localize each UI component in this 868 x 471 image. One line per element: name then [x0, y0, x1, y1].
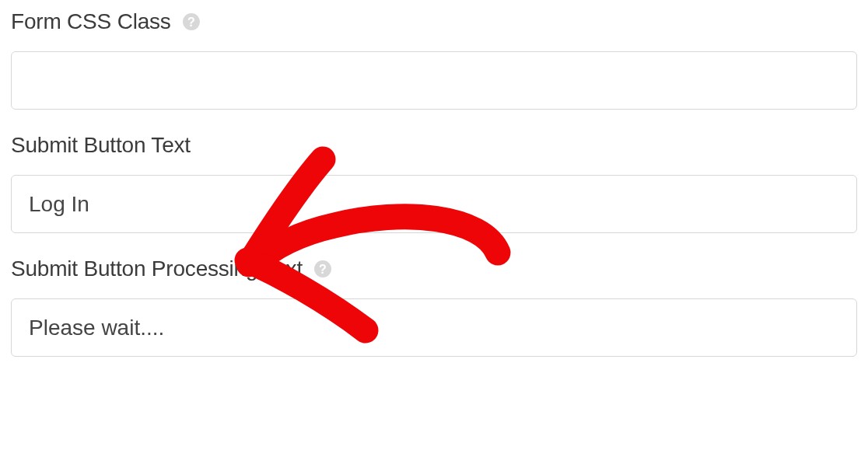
field-label-row: Submit Button Text	[11, 133, 857, 158]
form-css-class-label: Form CSS Class	[11, 9, 171, 34]
svg-text:?: ?	[187, 16, 195, 29]
form-css-class-input[interactable]	[11, 51, 857, 110]
field-form-css-class: Form CSS Class ?	[11, 9, 857, 110]
submit-button-text-input[interactable]	[11, 175, 857, 233]
submit-button-processing-text-label: Submit Button Processing Text	[11, 256, 303, 281]
submit-button-processing-text-input[interactable]	[11, 298, 857, 357]
field-submit-button-processing-text: Submit Button Processing Text ?	[11, 256, 857, 357]
field-submit-button-text: Submit Button Text	[11, 133, 857, 233]
submit-button-text-label: Submit Button Text	[11, 133, 191, 158]
help-icon[interactable]: ?	[182, 12, 201, 31]
help-icon[interactable]: ?	[313, 260, 332, 278]
field-label-row: Submit Button Processing Text ?	[11, 256, 857, 281]
field-label-row: Form CSS Class ?	[11, 9, 857, 34]
svg-text:?: ?	[319, 263, 327, 276]
